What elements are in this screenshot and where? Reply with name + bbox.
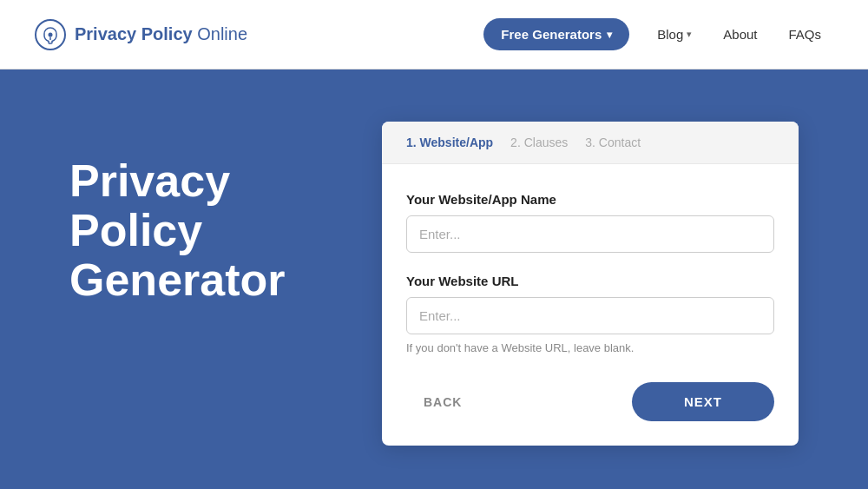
svg-point-1: [49, 32, 53, 36]
form-card: 1. Website/App 2. Clauses 3. Contact You…: [382, 122, 799, 446]
about-label: About: [723, 27, 757, 42]
about-nav-link[interactable]: About: [711, 20, 769, 49]
form-body: Your Website/App Name Your Website URL I…: [382, 164, 799, 446]
logo-text: Privacy Policy Online: [75, 24, 247, 44]
app-name-input[interactable]: [406, 215, 774, 253]
main-content: Privacy Policy Generator 1. Website/App …: [0, 69, 868, 489]
free-generators-button[interactable]: Free Generators ▾: [483, 18, 629, 50]
step-3: 3. Contact: [585, 135, 641, 149]
blog-chevron-icon: ▾: [687, 29, 692, 40]
app-name-group: Your Website/App Name: [406, 192, 774, 253]
back-button[interactable]: BACK: [406, 385, 479, 420]
free-generators-label: Free Generators: [501, 27, 602, 42]
url-input[interactable]: [406, 297, 774, 334]
free-generators-chevron-icon: ▾: [607, 29, 612, 41]
hero-title: Privacy Policy Generator: [69, 156, 312, 306]
step-1: 1. Website/App: [406, 135, 493, 149]
hero-section: Privacy Policy Generator: [69, 122, 312, 306]
form-steps: 1. Website/App 2. Clauses 3. Contact: [382, 122, 799, 164]
url-hint: If you don't have a Website URL, leave b…: [406, 341, 774, 354]
next-button[interactable]: NEXT: [632, 382, 774, 421]
faqs-nav-link[interactable]: FAQs: [776, 20, 833, 49]
faqs-label: FAQs: [788, 27, 821, 42]
app-name-label: Your Website/App Name: [406, 192, 774, 207]
url-label: Your Website URL: [406, 274, 774, 288]
header: Privacy Policy Online Free Generators ▾ …: [0, 0, 868, 69]
blog-nav-link[interactable]: Blog ▾: [645, 20, 704, 49]
url-group: Your Website URL If you don't have a Web…: [406, 274, 774, 354]
logo-icon: [35, 19, 66, 50]
blog-label: Blog: [657, 27, 683, 42]
step-2: 2. Clauses: [510, 135, 568, 149]
form-actions: BACK NEXT: [406, 375, 774, 421]
main-nav: Free Generators ▾ Blog ▾ About FAQs: [483, 18, 833, 50]
logo[interactable]: Privacy Policy Online: [35, 19, 247, 50]
